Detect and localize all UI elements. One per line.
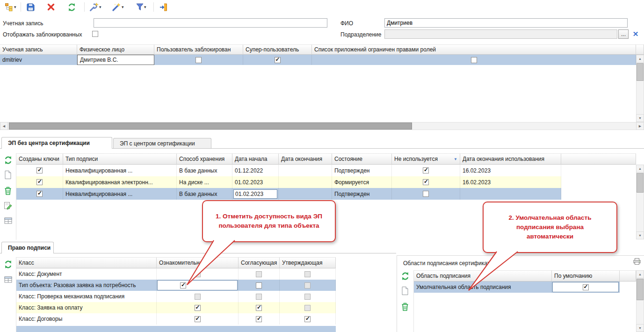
sig-grid-button[interactable] [2,215,14,226]
col-header-class[interactable]: Класс [16,257,157,268]
checkbox-editor[interactable] [552,282,619,292]
apps-limited-checkbox[interactable] [471,57,477,63]
keys-created-checkbox[interactable] [36,179,43,185]
col-header-date-end[interactable]: Дата окончания [279,153,332,165]
rights-refresh-button[interactable] [2,259,14,270]
tab-ep-without-ca[interactable]: ЭП без центра сертификации [1,137,112,149]
account-filter-input[interactable] [94,18,327,28]
col-header-agree[interactable]: Согласующая [239,257,280,268]
rights-table-row[interactable]: Класс: Заявка на оплату [16,302,336,313]
sig-edit-button[interactable] [2,200,14,211]
sig-refresh-button[interactable] [2,154,14,166]
fio-filter-input[interactable] [384,18,628,28]
rights-grid-button[interactable] [2,274,14,285]
areas-new-button[interactable] [399,285,411,296]
refresh-button[interactable] [66,2,77,12]
keys-created-checkbox[interactable] [36,167,43,173]
rights-table-row-partial[interactable] [16,326,336,332]
print-button[interactable] [633,258,642,266]
scroll-thumb[interactable] [637,279,644,300]
save-button[interactable] [25,2,36,12]
rights-table-row[interactable]: Тип объекта: Разовая заявка на потребнос… [16,280,336,291]
col-header-storage[interactable]: Способ хранения [177,153,232,165]
tab-ep-with-ca[interactable]: ЭП с центром сертификации [113,138,211,148]
col-header-approve[interactable]: Утверждающая [280,257,336,268]
scroll-down-button[interactable]: ▼ [636,231,644,239]
not-used-checkbox[interactable] [423,191,429,197]
scroll-up-button[interactable]: ▲ [636,270,644,278]
agree-checkbox[interactable] [256,316,262,322]
default-checkbox[interactable] [583,284,589,290]
department-clear-button[interactable]: ✕ [630,29,641,39]
scroll-down-button[interactable]: ▼ [636,324,644,332]
hscroll-thumb[interactable] [9,123,412,130]
col-header-default[interactable]: По умолчанию [552,270,620,281]
scroll-up-button[interactable]: ▲ [636,165,644,173]
scroll-up-button[interactable]: ▲ [636,55,644,63]
tools-dropdown-icon[interactable]: ▾ [99,2,101,12]
column-filter-dropdown-icon[interactable]: ▼ [454,157,457,161]
date-editor[interactable]: 01.02.2023 [233,189,277,199]
approve-checkbox[interactable] [304,316,311,322]
agree-checkbox[interactable] [256,294,262,300]
save-icon [26,3,35,12]
delete-button[interactable] [46,2,56,12]
areas-refresh-button[interactable] [399,270,411,281]
person-cell-editor[interactable]: Дмитриев В.С. [77,55,154,65]
rights-table-row[interactable]: Класс: Документ [16,268,336,280]
col-header-date-start[interactable]: Дата начала [232,153,279,165]
approve-checkbox[interactable] [304,282,311,289]
wand-dropdown-icon[interactable]: ▾ [122,2,124,12]
col-header-superuser[interactable]: Супер-пользователь [243,44,312,55]
scroll-left-button[interactable]: ◀ [0,122,8,130]
exit-button[interactable] [158,2,168,12]
col-header-sig-type[interactable]: Тип подписи [63,153,177,165]
not-used-checkbox[interactable] [423,167,429,173]
filter-dropdown-icon[interactable]: ▾ [144,2,146,12]
scroll-right-button[interactable]: ▶ [636,122,644,130]
main-toolbar: ▾ [0,0,644,14]
not-used-checkbox[interactable] [423,179,429,185]
review-checkbox[interactable] [195,316,201,322]
rights-table-row[interactable]: Класс: Договоры [16,313,336,325]
department-filter-input[interactable] [384,29,617,39]
rights-table-row[interactable]: Класс: Проверка механизма подписания [16,291,336,302]
review-checkbox[interactable] [195,294,201,300]
agree-checkbox[interactable] [256,305,262,311]
tree-view-dropdown-icon[interactable]: ▾ [14,2,16,12]
agree-checkbox[interactable] [256,271,262,277]
sig-table-row[interactable]: Неквалифицированная ... В базе данных 01… [16,165,561,176]
review-checkbox[interactable] [195,305,201,311]
scroll-thumb[interactable] [637,173,644,193]
sig-table-row[interactable]: Неквалифицированная ... В базе данных 01… [16,188,561,200]
col-header-not-used[interactable]: Не используется ▼ [392,153,460,165]
sig-new-button[interactable] [2,169,14,180]
tools-button[interactable] [89,2,99,12]
keys-created-checkbox[interactable] [36,191,43,197]
blocked-checkbox[interactable] [195,57,202,63]
col-header-state[interactable]: Состояние [332,153,392,165]
filter-button[interactable] [135,2,145,12]
sig-delete-button[interactable] [2,185,14,196]
scroll-thumb[interactable] [637,63,644,81]
approve-checkbox[interactable] [304,271,311,277]
col-header-blocked[interactable]: Пользователь заблокирован [154,44,243,55]
col-header-account[interactable]: Учетная запись [0,44,77,55]
show-blocked-checkbox[interactable] [92,31,98,37]
scroll-down-button[interactable]: ▼ [636,114,644,122]
tab-signing-rights[interactable]: Право подписи [1,242,54,253]
tree-view-button[interactable] [4,2,14,12]
col-header-person[interactable]: Физическое лицо [77,44,154,55]
agree-checkbox[interactable] [256,282,262,289]
col-header-apps-limited[interactable]: Список приложений ограничен правами роле… [312,44,636,55]
col-header-usage-end[interactable]: Дата окончания использования [460,153,561,165]
department-browse-button[interactable]: ... [618,29,629,39]
approve-checkbox[interactable] [304,305,311,311]
wand-button[interactable] [111,2,122,12]
col-header-keys[interactable]: Созданы ключи [16,153,63,165]
superuser-checkbox[interactable] [275,57,281,63]
approve-checkbox[interactable] [304,294,311,300]
areas-delete-button[interactable] [399,301,411,312]
sig-table-row[interactable]: Квалифицированная электронн... На диске … [16,176,561,188]
users-table-row[interactable]: dmitriev Дмитриев В.С. [0,55,636,65]
